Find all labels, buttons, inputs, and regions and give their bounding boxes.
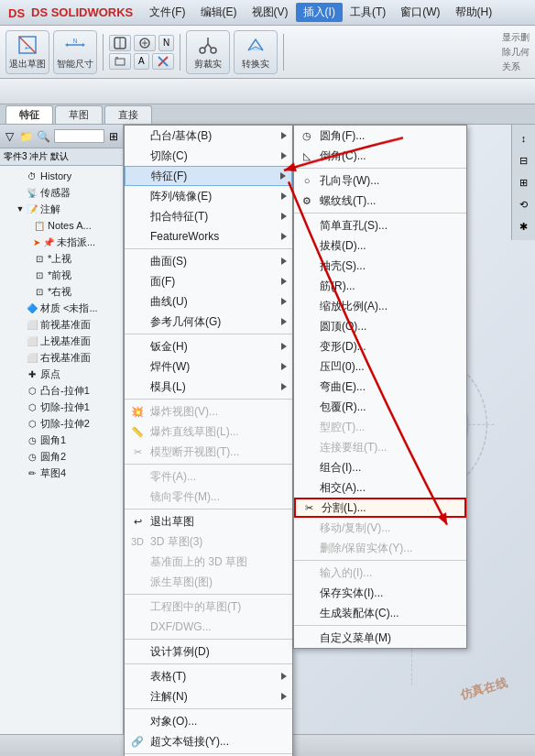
tab-direct[interactable]: 直接 [104,105,152,124]
insert-menu-item[interactable]: FeatureWorks [125,226,292,247]
tab-feature[interactable]: 特征 [5,105,53,124]
feature-submenu-item[interactable]: 圆顶(O)... [294,316,466,336]
smart-dimension-button[interactable]: N 智能尺寸 [53,30,97,74]
tree-item[interactable]: ⬡切除-拉伸2 [0,415,123,432]
tree-item[interactable]: ➤📌未指派... [0,234,123,250]
feature-submenu-item[interactable]: ◺倒角(C)... [294,146,466,166]
insert-menu-item[interactable]: 凸台/基体(B) [125,126,292,146]
tree-item[interactable]: 📡传感器 [0,184,123,201]
insert-menu-item[interactable]: 特征(F) [125,166,292,186]
tree-item[interactable]: ◷圆角2 [0,448,123,465]
panel-collapse-icon[interactable]: ⊞ [108,129,120,144]
right-icon-5[interactable]: ✱ [514,216,534,236]
tree-item[interactable]: ⬜右视基准面 [0,349,123,366]
feature-submenu-item[interactable]: 包覆(R)... [294,397,466,417]
feature-submenu-item[interactable]: 保存实体(I)... [294,583,466,603]
feature-submenu-item[interactable]: 相交(A)... [294,477,466,498]
tree-item[interactable]: 📋Notes A... [0,217,123,234]
menu-I[interactable]: 插入(I) [296,3,343,22]
menu-F[interactable]: 文件(F) [142,3,192,22]
tree-item[interactable]: 🔷材质 <未指... [0,300,123,316]
right-icon-3[interactable]: ⊞ [514,172,534,192]
feature-submenu-item[interactable]: ✂分割(L)... [294,498,466,518]
insert-menu-item[interactable]: 设计算例(D) [125,641,292,662]
tree-item[interactable]: ⬜上视基准面 [0,333,123,349]
tree-item[interactable]: ✚原点 [0,366,123,382]
tree-item[interactable]: ◷圆角1 [0,432,123,448]
insert-menu-item[interactable]: 曲面(S) [125,251,292,271]
filter-icon[interactable]: ▽ [4,129,16,144]
right-icon-4[interactable]: ⟲ [514,194,534,214]
tree-item[interactable]: ✏草图4 [0,465,123,481]
insert-menu-item[interactable]: 参考几何体(G) [125,312,292,332]
insert-menu-item[interactable]: 表格(T) [125,666,292,686]
menu-separator [125,334,292,334]
tab-sketch[interactable]: 草图 [55,105,103,124]
tree-item[interactable]: ⏱History [0,168,123,184]
menu-item-label: 阵列/镜像(E) [150,189,285,204]
tree-item[interactable]: ⊡*上视 [0,250,123,267]
insert-menu-item[interactable]: 🔗超文本链接(Y)... [125,731,292,751]
tree-item[interactable]: ▼📝注解 [0,201,123,217]
insert-menu-item[interactable]: 阵列/镜像(E) [125,186,292,206]
menu-item-label: 注解(N) [150,689,285,705]
tree-item[interactable]: ⬡凸台-拉伸1 [0,382,123,399]
cut-button[interactable]: 剪裁实 [186,30,230,74]
panel-search-input[interactable] [54,129,104,143]
tree-label: 圆角2 [40,450,66,464]
menu-item-label: 切除(C) [150,148,285,164]
feature-submenu-item[interactable]: ⚙螺纹线(T)... [294,191,466,211]
insert-menu-item[interactable]: 曲线(U) [125,291,292,312]
feature-submenu-item[interactable]: 弯曲(E)... [294,377,466,397]
feature-submenu-item[interactable]: 变形(D)... [294,336,466,356]
insert-menu-item[interactable]: 焊件(W) [125,356,292,377]
toolbar-small-btn-6[interactable] [152,53,174,70]
menu-T[interactable]: 工具(T) [343,3,393,22]
toolbar-small-btn-2[interactable] [134,35,156,51]
toolbar-small-btn-4[interactable] [109,53,131,70]
menu-item-icon: ↩ [130,514,145,529]
feature-submenu-item[interactable]: 压凹(0)... [294,356,466,377]
exit-sketch-button[interactable]: ↩ 退出草图 [5,30,49,74]
menu-E[interactable]: 编辑(E) [193,3,245,22]
transform-button[interactable]: 转换实 [234,30,278,74]
insert-menu-item[interactable]: 切除(C) [125,146,292,166]
panel-icon-1[interactable]: 📁 [19,129,33,144]
toolbar-small-btn-3[interactable]: N [158,35,174,51]
menu-V[interactable]: 视图(V) [245,3,296,22]
menu-item-icon: 3D [130,534,145,549]
menu-H[interactable]: 帮助(H) [448,3,500,22]
insert-menu-item[interactable]: 钣金(H) [125,336,292,356]
insert-menu-item[interactable]: 面(F) [125,271,292,291]
tree-node-icon: 📝 [26,203,38,215]
feature-submenu-item[interactable]: 组合(I)... [294,457,466,477]
toolbar-small-btn-1[interactable] [109,35,131,51]
feature-submenu-item[interactable]: 简单直孔(S)... [294,215,466,236]
tree-item[interactable]: ⬡切除-拉伸1 [0,399,123,415]
secondary-toolbar [0,79,535,104]
feature-submenu-item[interactable]: ◷圆角(F)... [294,126,466,146]
feature-submenu-item[interactable]: 拔模(D)... [294,236,466,256]
tree-item[interactable]: ⊡*右视 [0,283,123,300]
panel-icon-2[interactable]: 🔍 [37,129,50,144]
insert-menu-item[interactable]: 对象(O)... [125,711,292,731]
feature-submenu-item[interactable]: 筋(R)... [294,276,466,296]
menu-W[interactable]: 窗口(W) [393,3,447,22]
tree-node-icon: ⬡ [26,417,38,430]
feature-submenu-item[interactable]: 生成装配体(C)... [294,603,466,623]
tree-node-icon: ⬜ [26,334,38,347]
tree-item[interactable]: ⬜前视基准面 [0,316,123,333]
insert-menu-item[interactable]: 注解(N) [125,686,292,707]
right-icon-1[interactable]: ↕ [514,128,534,148]
feature-submenu-item[interactable]: 缩放比例(A)... [294,296,466,316]
tree-item[interactable]: ⊡*前视 [0,267,123,283]
feature-submenu-item[interactable]: 自定义菜单(M) [294,628,466,648]
feature-submenu-item[interactable]: ○孔向导(W)... [294,170,466,191]
right-icon-2[interactable]: ⊟ [514,150,534,170]
insert-menu-item[interactable]: ↩退出草图 [125,511,292,531]
insert-menu-item[interactable]: 模具(L) [125,377,292,397]
toolbar-small-btn-5[interactable]: A [134,53,149,70]
insert-menu-item[interactable]: 扣合特征(T) [125,206,292,226]
submenu-item-label: 变形(D)... [320,339,459,355]
feature-submenu-item[interactable]: 抽壳(S)... [294,256,466,276]
